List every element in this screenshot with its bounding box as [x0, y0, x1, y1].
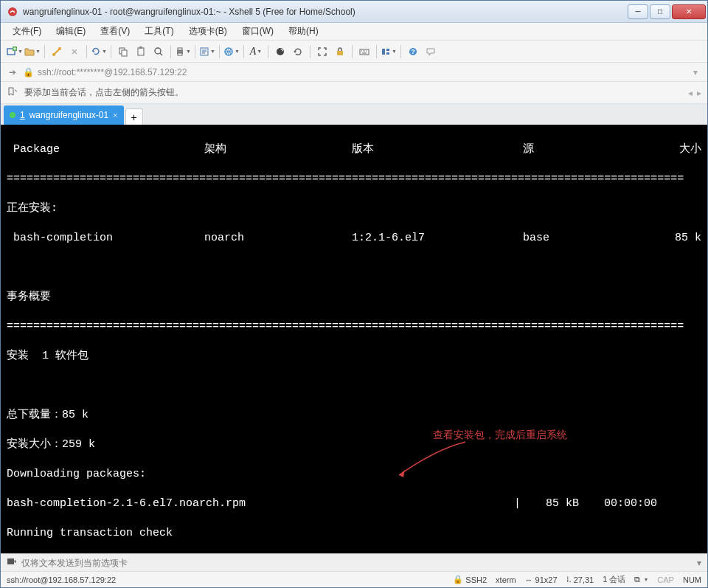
inputbar-dropdown-icon[interactable]: ▾: [697, 558, 701, 568]
svg-rect-12: [178, 53, 182, 55]
tabbar: 1 wangruifenglinux-01 × +: [1, 104, 707, 125]
svg-point-9: [155, 48, 161, 54]
statusbar: ssh://root@192.168.57.129:22 🔒SSH2 xterm…: [1, 571, 707, 587]
dropdown-icon[interactable]: ▾: [690, 67, 701, 77]
menu-tools[interactable]: 工具(T): [139, 24, 179, 39]
status-cap: CAP: [657, 575, 674, 584]
separator: [352, 45, 353, 58]
bookmark-icon[interactable]: [7, 86, 18, 99]
svg-point-15: [277, 48, 284, 55]
status-expand-icon[interactable]: ⧉ ▼: [634, 575, 648, 584]
svg-text:?: ?: [411, 48, 415, 55]
svg-rect-23: [7, 558, 14, 564]
globe-icon[interactable]: ▼: [223, 44, 240, 60]
svg-rect-6: [122, 50, 127, 56]
close-button[interactable]: ✕: [672, 4, 706, 19]
separator: [310, 45, 310, 58]
svg-point-0: [8, 7, 17, 16]
find-icon[interactable]: [150, 44, 167, 60]
status-num: NUM: [683, 575, 701, 584]
svg-rect-7: [138, 48, 144, 55]
svg-rect-11: [178, 48, 182, 50]
dl-size: 85 kB: [526, 497, 579, 511]
separator: [376, 45, 377, 58]
tab-index: 1: [20, 110, 25, 120]
app-icon: [7, 6, 18, 18]
address-text[interactable]: ssh://root:********@192.168.57.129:22: [38, 67, 685, 77]
close-tab-icon[interactable]: ×: [113, 111, 117, 120]
back-arrow-icon[interactable]: ➔: [7, 67, 18, 77]
menu-view[interactable]: 查看(V): [94, 24, 136, 39]
keyboard-icon[interactable]: [356, 44, 372, 60]
separator: [400, 45, 401, 58]
refresh-icon[interactable]: [290, 44, 306, 60]
install-size: 安装大小：259 k: [7, 437, 701, 452]
annotation-text: 查看安装包，完成后重启系统: [433, 427, 567, 442]
svg-rect-8: [139, 46, 142, 49]
svg-point-4: [58, 47, 61, 50]
send-icon[interactable]: [7, 556, 17, 569]
blank: [7, 378, 701, 393]
tab-label: wangruifenglinux-01: [30, 110, 108, 120]
session-tab[interactable]: 1 wangruifenglinux-01 ×: [4, 106, 124, 125]
font-icon[interactable]: A▼: [248, 44, 264, 60]
connect-icon[interactable]: [49, 44, 65, 60]
pkg-source: base: [523, 231, 642, 246]
status-ssh: 🔒SSH2: [453, 575, 487, 584]
svg-rect-17: [360, 49, 369, 55]
trans-check: Running transaction check: [7, 526, 701, 541]
properties-icon[interactable]: ▼: [199, 44, 215, 60]
menu-help[interactable]: 帮助(H): [282, 24, 324, 39]
menu-window[interactable]: 窗口(W): [236, 24, 280, 39]
separator: [86, 45, 87, 58]
maximize-button[interactable]: □: [650, 4, 670, 19]
terminal[interactable]: Package架构版本源大小 =========================…: [1, 125, 707, 553]
open-folder-icon[interactable]: ▼: [24, 44, 41, 60]
separator: [170, 45, 171, 58]
installing-label: 正在安装:: [7, 201, 701, 216]
separator: [243, 45, 244, 58]
svg-rect-18: [382, 49, 385, 55]
disconnect-icon[interactable]: [66, 44, 83, 60]
pkg-size: 85 k: [642, 231, 701, 246]
paste-icon[interactable]: [133, 44, 149, 60]
titlebar: wangruifenglinux-01 - root@wangruifengli…: [1, 1, 707, 23]
dl-name: bash-completion-2.1-6.el7.noarch.rpm: [7, 497, 514, 511]
separator: [195, 45, 195, 58]
resize-icon: ↔: [525, 575, 533, 584]
chat-icon[interactable]: [423, 44, 439, 60]
fullscreen-icon[interactable]: [314, 44, 330, 60]
copy-icon[interactable]: [115, 44, 131, 60]
help-icon[interactable]: ?: [405, 44, 421, 60]
hintbar: 要添加当前会话，点击左侧的箭头按钮。 ◂ ▸: [1, 82, 707, 104]
lock-icon[interactable]: [332, 44, 348, 60]
pkg-version: 1:2.1-6.el7: [352, 231, 523, 246]
color-icon[interactable]: [272, 44, 288, 60]
reconnect-icon[interactable]: ▼: [91, 44, 107, 60]
addressbar: ➔ 🔒 ssh://root:********@192.168.57.129:2…: [1, 63, 707, 82]
hint-prev-icon[interactable]: ◂: [688, 88, 693, 98]
layout-icon[interactable]: ▼: [381, 44, 397, 60]
status-pos: ⁞. 27,31: [566, 575, 594, 584]
print-icon[interactable]: ▼: [175, 44, 191, 60]
minimize-button[interactable]: ─: [628, 4, 648, 19]
menu-edit[interactable]: 编辑(E): [50, 24, 91, 39]
command-input[interactable]: [21, 558, 693, 568]
menu-options[interactable]: 选项卡(B): [183, 24, 233, 39]
separator: [268, 45, 268, 58]
dl-time: 00:00:00: [579, 497, 701, 511]
dl-bar: |: [514, 497, 526, 511]
hint-text: 要添加当前会话，点击左侧的箭头按钮。: [24, 86, 184, 99]
status-term: xterm: [496, 575, 516, 584]
hint-next-icon[interactable]: ▸: [697, 88, 701, 98]
rule-line: ========================================…: [7, 319, 701, 334]
toolbar: ▼ ▼ ▼ ▼ ▼ ▼ A▼ ▼ ?: [1, 41, 707, 63]
svg-rect-20: [386, 52, 389, 55]
add-tab-button[interactable]: +: [125, 108, 143, 125]
window-controls: ─ □ ✕: [628, 4, 706, 19]
th-arch: 架构: [204, 142, 352, 157]
summary-label: 事务概要: [7, 290, 701, 305]
new-session-icon[interactable]: ▼: [7, 44, 23, 60]
install-count: 安装 1 软件包: [7, 349, 701, 364]
menu-file[interactable]: 文件(F): [7, 24, 47, 39]
